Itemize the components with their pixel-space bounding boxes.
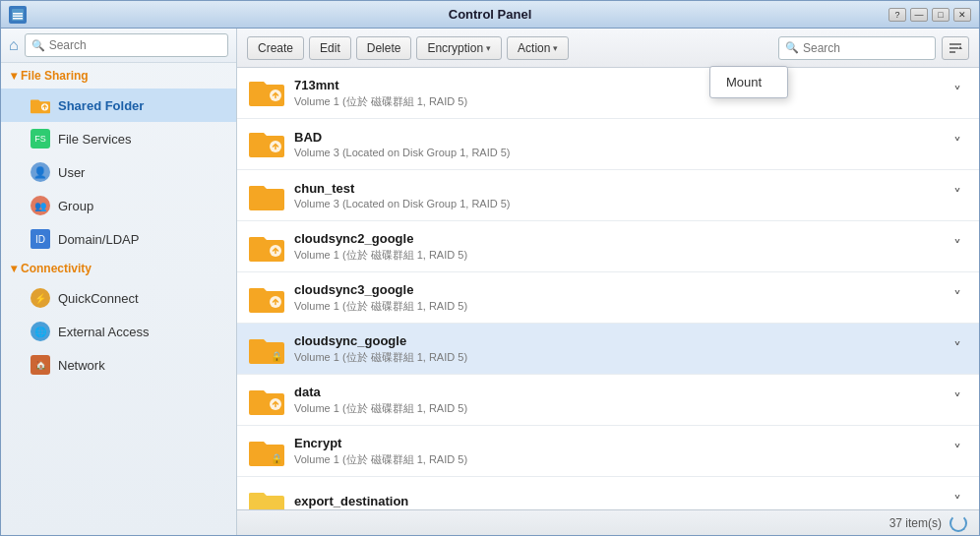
domain-icon: ID <box>31 229 50 249</box>
content-search-input[interactable] <box>803 41 929 55</box>
svg-rect-2 <box>13 15 23 17</box>
content-toolbar: Create Edit Delete Encryption ▾ Action ▾… <box>237 29 979 68</box>
file-path: Volume 1 (位於 磁碟群組 1, RAID 5) <box>294 299 946 314</box>
item-count: 37 item(s) <box>889 516 942 530</box>
file-item-selected[interactable]: 🔒 cloudsync_google Volume 1 (位於 磁碟群組 1, … <box>237 324 979 375</box>
sidebar-item-domain-ldap[interactable]: ID Domain/LDAP <box>1 222 236 256</box>
sidebar-search-icon: 🔍 <box>31 39 45 52</box>
file-icon-chuntest <box>247 176 286 215</box>
expand-icon[interactable]: ˅ <box>946 387 969 413</box>
titlebar: Control Panel ? — □ ✕ <box>1 1 979 29</box>
sort-button[interactable] <box>942 36 969 60</box>
sidebar-item-user[interactable]: 👤 User <box>1 155 236 189</box>
encryption-dropdown-arrow: ▾ <box>486 43 491 53</box>
sidebar-item-external-access[interactable]: 🌐 External Access <box>1 315 236 348</box>
expand-icon[interactable]: ˅ <box>946 335 969 362</box>
content-area: Create Edit Delete Encryption ▾ Action ▾… <box>237 29 979 535</box>
sidebar-section-file-sharing[interactable]: ▾ File Sharing <box>1 63 236 89</box>
file-item[interactable]: cloudsync3_google Volume 1 (位於 磁碟群組 1, R… <box>237 272 979 324</box>
file-icon-data <box>247 381 286 420</box>
sidebar-item-label: Group <box>58 199 93 213</box>
file-icon-bad <box>247 125 286 164</box>
file-path: Volume 1 (位於 磁碟群組 1, RAID 5) <box>294 452 946 467</box>
file-item[interactable]: 🔒 Encrypt Volume 1 (位於 磁碟群組 1, RAID 5) ˅ <box>237 426 979 477</box>
expand-icon[interactable]: ˅ <box>946 182 969 208</box>
close-button[interactable]: ✕ <box>953 8 971 22</box>
sidebar-item-quickconnect[interactable]: ⚡ QuickConnect <box>1 281 236 315</box>
file-name: cloudsync_google <box>294 333 946 348</box>
expand-icon[interactable]: ˅ <box>946 438 969 464</box>
chevron-down-icon-2: ▾ <box>11 262 17 275</box>
expand-icon[interactable]: ˅ <box>946 284 969 311</box>
sidebar-item-label: External Access <box>58 325 150 339</box>
sidebar-section-connectivity[interactable]: ▾ Connectivity <box>1 256 236 281</box>
action-dropdown-arrow: ▾ <box>553 43 558 53</box>
file-name: 713mnt <box>294 78 946 92</box>
help-button[interactable]: ? <box>888 8 906 22</box>
file-item[interactable]: data Volume 1 (位於 磁碟群組 1, RAID 5) ˅ <box>237 375 979 426</box>
sidebar-item-label: Shared Folder <box>58 98 144 113</box>
refresh-button[interactable] <box>949 514 967 532</box>
shared-folder-icon <box>31 95 50 115</box>
main-content: ⌂ 🔍 ▾ File Sharing Sh <box>1 29 979 535</box>
sidebar-item-label: QuickConnect <box>58 291 139 306</box>
file-info-encrypt: Encrypt Volume 1 (位於 磁碟群組 1, RAID 5) <box>294 436 946 467</box>
status-bar: 37 item(s) <box>237 509 979 535</box>
action-button[interactable]: Action ▾ <box>507 36 569 60</box>
file-path: Volume 1 (位於 磁碟群組 1, RAID 5) <box>294 94 946 109</box>
file-item[interactable]: BAD Volume 3 (Located on Disk Group 1, R… <box>237 119 979 170</box>
sidebar-item-label: Network <box>58 358 105 373</box>
svg-rect-1 <box>13 13 23 15</box>
file-item[interactable]: 713mnt Volume 1 (位於 磁碟群組 1, RAID 5) ˅ <box>237 68 979 119</box>
sidebar-item-network[interactable]: 🏠 Network <box>1 348 236 382</box>
file-icon-cloudsyng-google: 🔒 <box>247 329 286 369</box>
encryption-button[interactable]: Encryption ▾ <box>416 36 502 60</box>
edit-button[interactable]: Edit <box>309 36 351 60</box>
file-item[interactable]: chun_test Volume 3 (Located on Disk Grou… <box>237 170 979 221</box>
file-name: chun_test <box>294 181 946 196</box>
sidebar-section-label-conn: Connectivity <box>21 262 92 275</box>
sidebar-search-box[interactable]: 🔍 <box>25 33 228 57</box>
file-icon-cloudsync3 <box>247 278 286 318</box>
file-item[interactable]: export_destination ˅ <box>237 477 979 509</box>
sidebar-item-group[interactable]: 👥 Group <box>1 189 236 222</box>
file-item[interactable]: cloudsync2_google Volume 1 (位於 磁碟群組 1, R… <box>237 221 979 272</box>
group-icon: 👥 <box>31 196 50 215</box>
file-info-export: export_destination <box>294 494 946 509</box>
control-panel-window: Control Panel ? — □ ✕ ⌂ 🔍 ▾ File Sharing <box>0 0 980 536</box>
expand-icon[interactable]: ˅ <box>946 233 969 260</box>
file-name: cloudsync3_google <box>294 282 946 297</box>
file-info-713mnt: 713mnt Volume 1 (位於 磁碟群組 1, RAID 5) <box>294 78 946 109</box>
expand-icon[interactable]: ˅ <box>946 489 969 509</box>
file-name: cloudsync2_google <box>294 231 946 246</box>
sidebar-item-shared-folder[interactable]: Shared Folder <box>1 89 236 122</box>
file-path: Volume 3 (Located on Disk Group 1, RAID … <box>294 147 946 158</box>
chevron-down-icon: ▾ <box>11 69 17 83</box>
sidebar-item-file-services[interactable]: FS File Services <box>1 122 236 155</box>
file-name: export_destination <box>294 494 946 508</box>
expand-icon[interactable]: ˅ <box>946 131 969 157</box>
sidebar-item-label: Domain/LDAP <box>58 232 139 247</box>
window-controls: ? — □ ✕ <box>888 8 971 22</box>
file-info-bad: BAD Volume 3 (Located on Disk Group 1, R… <box>294 130 946 158</box>
file-icon-export <box>247 483 286 510</box>
dropdown-item-mount[interactable]: Mount <box>710 70 787 94</box>
content-search-box[interactable]: 🔍 <box>778 36 936 60</box>
sidebar-item-label: User <box>58 165 85 180</box>
sidebar-search-input[interactable] <box>49 38 221 52</box>
file-icon-713mnt <box>247 74 286 113</box>
minimize-button[interactable]: — <box>910 8 928 22</box>
file-name: BAD <box>294 130 946 145</box>
file-path: Volume 3 (Located on Disk Group 1, RAID … <box>294 198 946 209</box>
network-icon: 🏠 <box>31 355 50 375</box>
svg-rect-3 <box>13 18 23 20</box>
expand-icon[interactable]: ˅ <box>946 80 969 106</box>
file-icon-cloudsync2 <box>247 227 286 267</box>
file-info-cloudsync-google: cloudsync_google Volume 1 (位於 磁碟群組 1, RA… <box>294 333 946 365</box>
file-path: Volume 1 (位於 磁碟群組 1, RAID 5) <box>294 248 946 263</box>
create-button[interactable]: Create <box>247 36 304 60</box>
home-icon[interactable]: ⌂ <box>9 36 19 54</box>
delete-button[interactable]: Delete <box>356 36 412 60</box>
maximize-button[interactable]: □ <box>932 8 949 22</box>
user-icon: 👤 <box>31 162 50 182</box>
